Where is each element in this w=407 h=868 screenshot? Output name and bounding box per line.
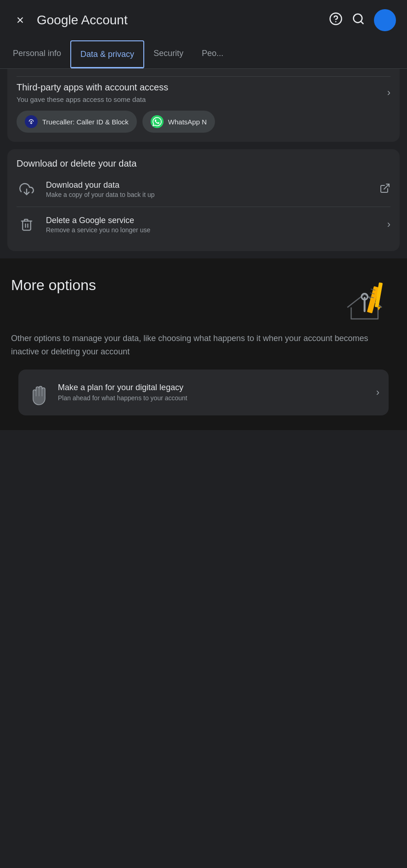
legacy-arrow: › — [376, 386, 379, 398]
tab-personal-info[interactable]: Personal info — [4, 40, 70, 68]
download-data-row[interactable]: Download your data Make a copy of your d… — [17, 172, 390, 207]
truecaller-icon — [25, 115, 38, 128]
more-options-desc: Other options to manage your data, like … — [11, 332, 396, 358]
third-party-subtitle: You gave these apps access to some data — [17, 95, 168, 103]
delete-service-arrow: › — [387, 218, 390, 230]
third-party-arrow: › — [387, 87, 390, 99]
legacy-text: Make a plan for your digital legacy Plan… — [58, 383, 369, 402]
digital-legacy-card[interactable]: Make a plan for your digital legacy Plan… — [18, 370, 389, 415]
top-divider — [17, 76, 390, 77]
legacy-desc: Plan ahead for what happens to your acco… — [58, 394, 369, 402]
more-options-header: More options — [11, 277, 396, 323]
tabs-bar: Personal info Data & privacy Security Pe… — [0, 40, 407, 69]
download-icon — [17, 179, 37, 199]
delete-service-title: Delete a Google service — [46, 216, 378, 225]
header: × Google Account — [0, 0, 407, 40]
download-data-text: Download your data Make a copy of your d… — [46, 180, 370, 198]
third-party-title: Third-party apps with account access — [17, 82, 168, 93]
truecaller-label: Truecaller: Caller ID & Block — [42, 118, 129, 126]
delete-service-row[interactable]: Delete a Google service Remove a service… — [17, 207, 390, 242]
delete-service-desc: Remove a service you no longer use — [46, 226, 378, 234]
more-options-title: More options — [11, 277, 96, 294]
delete-service-text: Delete a Google service Remove a service… — [46, 216, 378, 234]
header-icons — [329, 9, 396, 31]
tab-people[interactable]: Peo... — [192, 40, 232, 68]
search-icon[interactable] — [352, 12, 365, 28]
close-button[interactable]: × — [11, 13, 29, 28]
more-options-section: More options Other options to manag — [0, 258, 407, 430]
third-party-row[interactable]: Third-party apps with account access You… — [17, 82, 390, 103]
tab-data-privacy[interactable]: Data & privacy — [70, 40, 144, 68]
download-delete-card: Download or delete your data Download yo… — [7, 149, 400, 251]
app-chips: Truecaller: Caller ID & Block WhatsApp N — [17, 111, 390, 133]
avatar[interactable] — [374, 9, 396, 31]
main-content: Third-party apps with account access You… — [0, 69, 407, 430]
third-party-card: Third-party apps with account access You… — [7, 69, 400, 142]
whatsapp-label: WhatsApp N — [168, 118, 207, 126]
whatsapp-chip[interactable]: WhatsApp N — [142, 111, 215, 133]
download-delete-title: Download or delete your data — [17, 158, 390, 169]
download-data-desc: Make a copy of your data to back it up — [46, 191, 370, 198]
whatsapp-icon — [151, 115, 164, 128]
svg-line-3 — [361, 21, 363, 23]
delete-icon — [17, 214, 37, 235]
help-icon[interactable] — [329, 12, 343, 29]
external-link-icon — [379, 183, 390, 196]
truecaller-chip[interactable]: Truecaller: Caller ID & Block — [17, 111, 137, 133]
svg-line-7 — [384, 184, 389, 189]
hand-icon — [28, 379, 51, 406]
app-title: Google Account — [37, 13, 322, 28]
tab-security[interactable]: Security — [144, 40, 192, 68]
svg-point-5 — [31, 121, 32, 123]
download-data-title: Download your data — [46, 180, 370, 190]
tools-illustration — [341, 277, 396, 323]
third-party-text: Third-party apps with account access You… — [17, 82, 168, 103]
legacy-title: Make a plan for your digital legacy — [58, 383, 369, 392]
